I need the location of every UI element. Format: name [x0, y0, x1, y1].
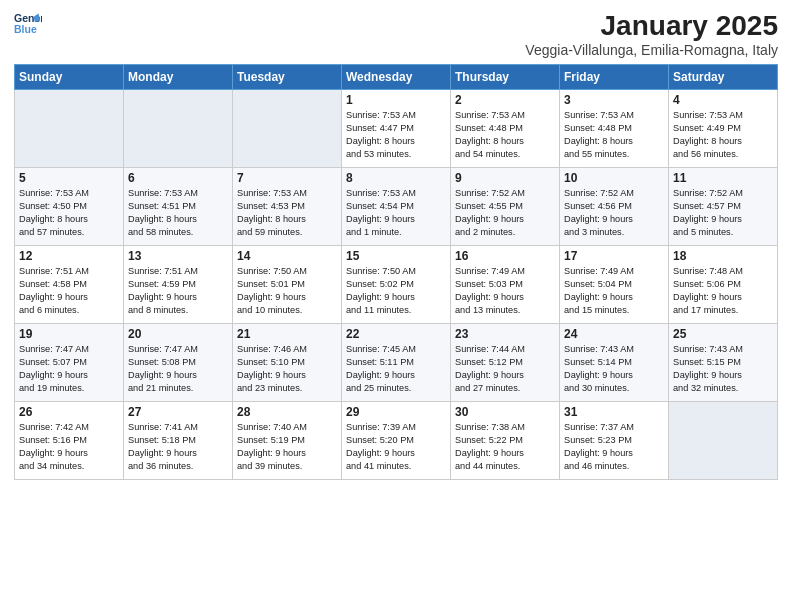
day-number: 30 [455, 405, 555, 419]
day-number: 7 [237, 171, 337, 185]
day-number: 14 [237, 249, 337, 263]
day-header-wednesday: Wednesday [342, 65, 451, 90]
day-number: 25 [673, 327, 773, 341]
calendar-cell: 10Sunrise: 7:52 AM Sunset: 4:56 PM Dayli… [560, 168, 669, 246]
day-number: 5 [19, 171, 119, 185]
calendar-cell: 20Sunrise: 7:47 AM Sunset: 5:08 PM Dayli… [124, 324, 233, 402]
calendar-cell: 4Sunrise: 7:53 AM Sunset: 4:49 PM Daylig… [669, 90, 778, 168]
day-number: 11 [673, 171, 773, 185]
calendar-cell: 13Sunrise: 7:51 AM Sunset: 4:59 PM Dayli… [124, 246, 233, 324]
header: General Blue January 2025 Veggia-Villalu… [14, 10, 778, 58]
day-info: Sunrise: 7:49 AM Sunset: 5:04 PM Dayligh… [564, 265, 664, 317]
day-header-thursday: Thursday [451, 65, 560, 90]
day-info: Sunrise: 7:38 AM Sunset: 5:22 PM Dayligh… [455, 421, 555, 473]
calendar-cell: 29Sunrise: 7:39 AM Sunset: 5:20 PM Dayli… [342, 402, 451, 480]
day-header-friday: Friday [560, 65, 669, 90]
day-info: Sunrise: 7:45 AM Sunset: 5:11 PM Dayligh… [346, 343, 446, 395]
day-number: 4 [673, 93, 773, 107]
calendar-cell [15, 90, 124, 168]
location-title: Veggia-Villalunga, Emilia-Romagna, Italy [525, 42, 778, 58]
day-info: Sunrise: 7:52 AM Sunset: 4:57 PM Dayligh… [673, 187, 773, 239]
day-info: Sunrise: 7:47 AM Sunset: 5:07 PM Dayligh… [19, 343, 119, 395]
calendar-cell: 23Sunrise: 7:44 AM Sunset: 5:12 PM Dayli… [451, 324, 560, 402]
calendar-cell: 7Sunrise: 7:53 AM Sunset: 4:53 PM Daylig… [233, 168, 342, 246]
header-row: SundayMondayTuesdayWednesdayThursdayFrid… [15, 65, 778, 90]
calendar-cell: 19Sunrise: 7:47 AM Sunset: 5:07 PM Dayli… [15, 324, 124, 402]
day-info: Sunrise: 7:39 AM Sunset: 5:20 PM Dayligh… [346, 421, 446, 473]
day-info: Sunrise: 7:37 AM Sunset: 5:23 PM Dayligh… [564, 421, 664, 473]
calendar-cell: 18Sunrise: 7:48 AM Sunset: 5:06 PM Dayli… [669, 246, 778, 324]
day-number: 18 [673, 249, 773, 263]
calendar-cell [669, 402, 778, 480]
day-info: Sunrise: 7:53 AM Sunset: 4:54 PM Dayligh… [346, 187, 446, 239]
day-number: 9 [455, 171, 555, 185]
week-row-3: 12Sunrise: 7:51 AM Sunset: 4:58 PM Dayli… [15, 246, 778, 324]
day-number: 31 [564, 405, 664, 419]
day-info: Sunrise: 7:50 AM Sunset: 5:01 PM Dayligh… [237, 265, 337, 317]
day-header-sunday: Sunday [15, 65, 124, 90]
day-info: Sunrise: 7:53 AM Sunset: 4:51 PM Dayligh… [128, 187, 228, 239]
day-info: Sunrise: 7:48 AM Sunset: 5:06 PM Dayligh… [673, 265, 773, 317]
day-info: Sunrise: 7:51 AM Sunset: 4:58 PM Dayligh… [19, 265, 119, 317]
day-info: Sunrise: 7:53 AM Sunset: 4:48 PM Dayligh… [455, 109, 555, 161]
week-row-5: 26Sunrise: 7:42 AM Sunset: 5:16 PM Dayli… [15, 402, 778, 480]
calendar-cell: 11Sunrise: 7:52 AM Sunset: 4:57 PM Dayli… [669, 168, 778, 246]
day-number: 24 [564, 327, 664, 341]
logo-icon: General Blue [14, 10, 42, 38]
day-info: Sunrise: 7:41 AM Sunset: 5:18 PM Dayligh… [128, 421, 228, 473]
day-number: 10 [564, 171, 664, 185]
calendar-cell [233, 90, 342, 168]
day-info: Sunrise: 7:43 AM Sunset: 5:14 PM Dayligh… [564, 343, 664, 395]
day-header-saturday: Saturday [669, 65, 778, 90]
svg-text:Blue: Blue [14, 23, 37, 35]
title-block: January 2025 Veggia-Villalunga, Emilia-R… [525, 10, 778, 58]
day-info: Sunrise: 7:53 AM Sunset: 4:53 PM Dayligh… [237, 187, 337, 239]
calendar-cell: 27Sunrise: 7:41 AM Sunset: 5:18 PM Dayli… [124, 402, 233, 480]
day-number: 2 [455, 93, 555, 107]
calendar-cell: 16Sunrise: 7:49 AM Sunset: 5:03 PM Dayli… [451, 246, 560, 324]
day-number: 13 [128, 249, 228, 263]
day-info: Sunrise: 7:46 AM Sunset: 5:10 PM Dayligh… [237, 343, 337, 395]
logo: General Blue [14, 10, 42, 38]
day-info: Sunrise: 7:49 AM Sunset: 5:03 PM Dayligh… [455, 265, 555, 317]
day-header-tuesday: Tuesday [233, 65, 342, 90]
calendar-cell: 3Sunrise: 7:53 AM Sunset: 4:48 PM Daylig… [560, 90, 669, 168]
day-info: Sunrise: 7:50 AM Sunset: 5:02 PM Dayligh… [346, 265, 446, 317]
day-number: 20 [128, 327, 228, 341]
calendar-cell: 30Sunrise: 7:38 AM Sunset: 5:22 PM Dayli… [451, 402, 560, 480]
day-info: Sunrise: 7:43 AM Sunset: 5:15 PM Dayligh… [673, 343, 773, 395]
day-number: 6 [128, 171, 228, 185]
calendar-cell: 14Sunrise: 7:50 AM Sunset: 5:01 PM Dayli… [233, 246, 342, 324]
day-number: 22 [346, 327, 446, 341]
week-row-2: 5Sunrise: 7:53 AM Sunset: 4:50 PM Daylig… [15, 168, 778, 246]
calendar-cell: 9Sunrise: 7:52 AM Sunset: 4:55 PM Daylig… [451, 168, 560, 246]
day-info: Sunrise: 7:52 AM Sunset: 4:56 PM Dayligh… [564, 187, 664, 239]
day-info: Sunrise: 7:51 AM Sunset: 4:59 PM Dayligh… [128, 265, 228, 317]
calendar-cell: 22Sunrise: 7:45 AM Sunset: 5:11 PM Dayli… [342, 324, 451, 402]
week-row-1: 1Sunrise: 7:53 AM Sunset: 4:47 PM Daylig… [15, 90, 778, 168]
day-info: Sunrise: 7:53 AM Sunset: 4:50 PM Dayligh… [19, 187, 119, 239]
week-row-4: 19Sunrise: 7:47 AM Sunset: 5:07 PM Dayli… [15, 324, 778, 402]
day-number: 3 [564, 93, 664, 107]
day-info: Sunrise: 7:53 AM Sunset: 4:48 PM Dayligh… [564, 109, 664, 161]
day-number: 26 [19, 405, 119, 419]
calendar-table: SundayMondayTuesdayWednesdayThursdayFrid… [14, 64, 778, 480]
day-number: 16 [455, 249, 555, 263]
day-info: Sunrise: 7:44 AM Sunset: 5:12 PM Dayligh… [455, 343, 555, 395]
day-number: 12 [19, 249, 119, 263]
calendar-cell: 24Sunrise: 7:43 AM Sunset: 5:14 PM Dayli… [560, 324, 669, 402]
calendar-cell: 6Sunrise: 7:53 AM Sunset: 4:51 PM Daylig… [124, 168, 233, 246]
day-number: 23 [455, 327, 555, 341]
day-header-monday: Monday [124, 65, 233, 90]
calendar-cell [124, 90, 233, 168]
day-number: 8 [346, 171, 446, 185]
calendar-cell: 12Sunrise: 7:51 AM Sunset: 4:58 PM Dayli… [15, 246, 124, 324]
calendar-cell: 8Sunrise: 7:53 AM Sunset: 4:54 PM Daylig… [342, 168, 451, 246]
calendar-cell: 25Sunrise: 7:43 AM Sunset: 5:15 PM Dayli… [669, 324, 778, 402]
day-number: 17 [564, 249, 664, 263]
day-number: 19 [19, 327, 119, 341]
day-number: 28 [237, 405, 337, 419]
day-info: Sunrise: 7:47 AM Sunset: 5:08 PM Dayligh… [128, 343, 228, 395]
calendar-cell: 1Sunrise: 7:53 AM Sunset: 4:47 PM Daylig… [342, 90, 451, 168]
calendar-cell: 26Sunrise: 7:42 AM Sunset: 5:16 PM Dayli… [15, 402, 124, 480]
